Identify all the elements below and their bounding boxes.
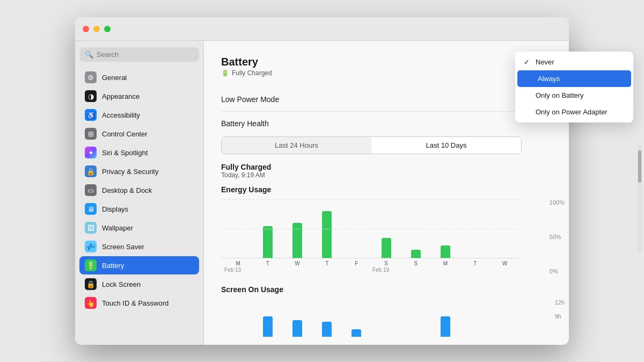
siri-icon: ✦ <box>85 147 97 158</box>
dropdown-item-always[interactable]: Always <box>517 70 569 87</box>
screen-labels: 12h 9h <box>555 299 565 320</box>
main-content: Battery 🔋 Fully Charged Low Power Mode B… <box>204 41 569 345</box>
screen-on-title: Screen On Usage <box>221 285 552 294</box>
date-label <box>490 267 519 273</box>
privacy-icon: 🔒 <box>85 165 97 177</box>
energy-usage-chart: MTWTFSSMTW Feb 13Feb 19 <box>221 199 522 274</box>
touchid-icon: 👆 <box>85 297 97 309</box>
sidebar-item-privacy[interactable]: 🔒 Privacy & Security <box>79 162 199 180</box>
date-label <box>460 267 490 273</box>
general-icon: ⚙ <box>85 71 97 83</box>
screen-bar <box>292 320 302 337</box>
sidebar-item-battery[interactable]: 🔋 Battery <box>79 256 199 274</box>
sidebar-item-screensaver[interactable]: 💤 Screen Saver <box>79 237 199 256</box>
sidebar-label-desktop: Desktop & Dock <box>102 186 152 194</box>
energy-bar <box>441 245 450 258</box>
battery-status: 🔋 Fully Charged <box>221 69 552 77</box>
battery-header: Battery 🔋 Fully Charged <box>221 56 552 77</box>
sidebar-item-touchid[interactable]: 👆 Touch ID & Password <box>79 294 199 312</box>
date-label: Feb 13 <box>223 267 253 273</box>
screen-bar-group <box>253 299 282 337</box>
day-label: S <box>401 260 430 266</box>
battery-icon: 🔋 <box>221 69 229 77</box>
search-bar[interactable]: 🔍 <box>79 47 199 62</box>
sidebar-item-appearance[interactable]: ◑ Appearance <box>79 87 199 105</box>
sidebar-label-general: General <box>102 74 127 82</box>
chart-percent-labels: 100% 50% 0% <box>550 199 565 274</box>
titlebar <box>75 17 569 41</box>
grid-line-50 <box>221 229 522 229</box>
dropdown-label-always: Always <box>538 75 560 83</box>
screen-bar <box>263 316 273 337</box>
screen-on-chart <box>221 299 522 342</box>
dropdown-label-never: Never <box>536 58 554 66</box>
energy-usage-title: Energy Usage <box>221 185 552 194</box>
sidebar-item-desktop[interactable]: ▭ Desktop & Dock <box>79 181 199 199</box>
maximize-button[interactable] <box>104 26 111 32</box>
screen-bar-group <box>312 299 342 337</box>
day-label: T <box>312 260 342 266</box>
sidebar-label-accessibility: Accessibility <box>102 111 140 119</box>
dropdown-item-on-battery[interactable]: Only on Battery <box>515 87 569 104</box>
search-input[interactable] <box>97 50 194 59</box>
energy-bar <box>263 226 273 259</box>
displays-icon: 🖥 <box>85 203 97 215</box>
tab-last24[interactable]: Last 24 Hours <box>222 137 371 154</box>
accessibility-icon: ♿ <box>85 109 97 121</box>
sidebar-item-wallpaper[interactable]: 🖼 Wallpaper <box>79 219 199 237</box>
screen-bars <box>221 299 522 337</box>
sidebar-item-siri[interactable]: ✦ Siri & Spotlight <box>79 143 199 162</box>
search-icon: 🔍 <box>85 50 93 59</box>
wallpaper-icon: 🖼 <box>85 222 97 234</box>
sidebar-item-general[interactable]: ⚙ General <box>79 68 199 86</box>
lockscreen-icon: 🔒 <box>85 278 97 290</box>
appearance-icon: ◑ <box>85 90 97 102</box>
checkmark-never: ✓ <box>524 58 531 66</box>
date-label <box>342 267 371 273</box>
screen-bar-group <box>460 299 490 337</box>
date-label <box>253 267 282 273</box>
screen-bar <box>441 316 450 337</box>
sidebar-item-lockscreen[interactable]: 🔒 Lock Screen <box>79 275 199 293</box>
date-label <box>401 267 430 273</box>
date-label <box>282 267 312 273</box>
screen-bar-group <box>371 299 401 337</box>
date-label <box>312 267 342 273</box>
sidebar-item-displays[interactable]: 🖥 Displays <box>79 200 199 218</box>
dropdown-label-on-battery: Only on Battery <box>536 91 569 99</box>
screen-bar-group <box>282 299 312 337</box>
close-button[interactable] <box>83 26 89 32</box>
window-content: 🔍 ⚙ General ◑ Appearance ♿ Accessibility… <box>75 41 569 345</box>
sidebar: 🔍 ⚙ General ◑ Appearance ♿ Accessibility… <box>75 41 204 345</box>
sidebar-item-accessibility[interactable]: ♿ Accessibility <box>79 106 199 124</box>
sidebar-label-battery: Battery <box>102 262 124 270</box>
low-power-mode-dropdown: ✓ Never Always Only on Battery Only on P… <box>515 52 569 122</box>
label-0pct: 0% <box>550 268 565 274</box>
energy-bar <box>382 238 391 259</box>
grid-line-100 <box>221 199 522 200</box>
sidebar-label-screensaver: Screen Saver <box>102 243 144 251</box>
energy-days: MTWTFSSMTW <box>221 258 522 266</box>
tab-last10[interactable]: Last 10 Days <box>371 137 521 154</box>
battery-health-label: Battery Health <box>221 119 552 128</box>
battery-icon: 🔋 <box>85 259 97 271</box>
traffic-lights <box>83 26 111 32</box>
label-100pct: 100% <box>550 199 565 206</box>
sidebar-label-lockscreen: Lock Screen <box>102 280 141 288</box>
day-label: T <box>253 260 282 266</box>
screen-bar-group <box>342 299 371 337</box>
dropdown-item-on-adapter[interactable]: Only on Power Adapter <box>515 104 569 120</box>
energy-bar <box>322 211 332 258</box>
battery-health-section: Battery Health Last 24 Hours Last 10 Day… <box>221 112 552 345</box>
energy-bar <box>411 250 421 259</box>
sidebar-label-controlcenter: Control Center <box>102 130 148 138</box>
sidebar-item-controlcenter[interactable]: ⊞ Control Center <box>79 125 199 143</box>
screensaver-icon: 💤 <box>85 241 97 252</box>
page-title: Battery <box>221 56 552 68</box>
minimize-button[interactable] <box>93 26 100 32</box>
dropdown-items: ✓ Never Always Only on Battery Only on P… <box>515 54 569 120</box>
screen-bar-group <box>430 299 460 337</box>
screen-on-section: Screen On Usage 12h 9h <box>221 285 552 342</box>
sidebar-label-siri: Siri & Spotlight <box>102 149 148 157</box>
dropdown-item-never[interactable]: ✓ Never <box>515 54 569 70</box>
